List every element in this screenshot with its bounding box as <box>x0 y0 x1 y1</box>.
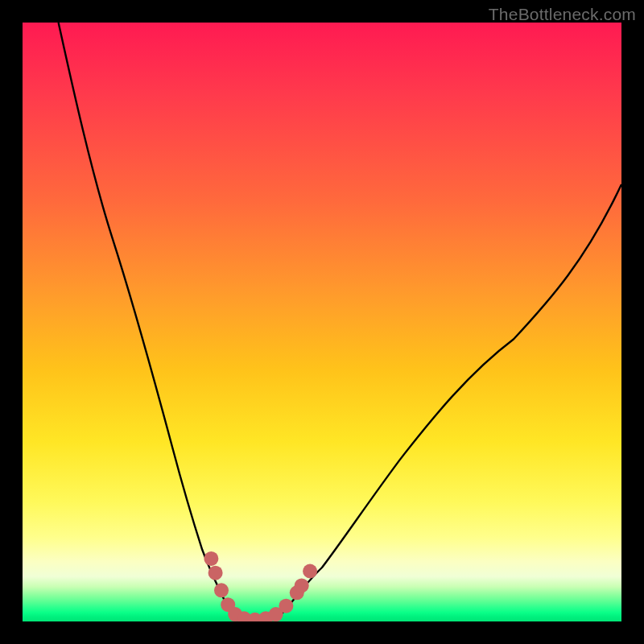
chart-frame: TheBottleneck.com <box>0 0 644 644</box>
curve-left-arm <box>59 23 236 616</box>
svg-point-2 <box>214 583 229 597</box>
svg-point-9 <box>279 599 293 613</box>
svg-point-0 <box>204 551 218 566</box>
svg-point-12 <box>303 564 317 579</box>
watermark-text: TheBottleneck.com <box>489 5 636 24</box>
svg-point-1 <box>208 566 223 580</box>
curve-right-arm <box>280 184 621 616</box>
highlight-dots <box>204 551 317 621</box>
plot-area <box>23 23 621 621</box>
curve-layer <box>23 23 621 621</box>
svg-point-11 <box>295 578 309 592</box>
